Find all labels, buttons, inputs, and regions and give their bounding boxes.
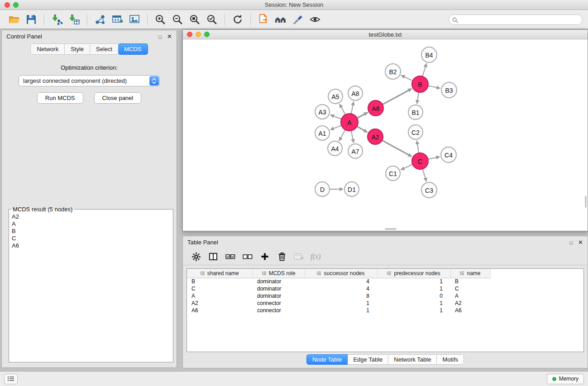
close-network-window-button[interactable] [187,32,192,37]
table-cell[interactable]: dominator [253,278,305,285]
export-image-button[interactable] [126,12,143,27]
tab-mcds[interactable]: MCDS [118,43,148,55]
graph-node-A1[interactable]: A1 [315,126,330,140]
graph-edge-A-A6[interactable] [357,112,368,118]
table-cell[interactable]: connector [253,307,305,314]
first-neighbors-button[interactable] [255,12,272,27]
run-mcds-button[interactable]: Run MCDS [37,92,83,104]
graph-node-A6[interactable]: A6 [368,100,383,116]
table-row[interactable]: Cdominator41C [187,285,583,292]
table-cell[interactable]: 1 [377,278,450,285]
table-cell[interactable]: A2 [450,300,490,307]
network-window-titlebar[interactable]: testGlobe.txt [183,30,588,39]
show-columns-button[interactable] [206,250,221,263]
graph-edge-A-A3[interactable] [330,115,342,119]
vertical-scrollbar[interactable] [585,196,587,208]
add-column-button[interactable] [257,250,272,263]
table-cell[interactable]: 1 [305,307,377,314]
column-header-shared-name[interactable]: shared name [187,269,253,278]
table-cell[interactable]: C [450,285,490,292]
table-cell[interactable]: 1 [305,300,377,307]
table-cell[interactable]: A2 [187,300,253,307]
table-cell[interactable]: A6 [187,307,253,314]
table-cell[interactable]: 4 [305,278,377,285]
graph-node-D1[interactable]: D1 [344,182,359,196]
table-cell[interactable]: dominator [253,292,305,300]
mcds-result-item[interactable]: A2 [11,213,171,220]
table-settings-button[interactable] [188,250,204,263]
column-header-mcds-role[interactable]: MCDS role [253,269,305,278]
zoom-window-button[interactable] [13,2,19,8]
graph-edge-C-C1[interactable] [401,164,413,170]
table-cell[interactable]: A [187,292,253,300]
table-cell[interactable]: 1 [377,300,450,307]
tab-network-table[interactable]: Network Table [388,354,437,365]
graph-node-B3[interactable]: B3 [441,82,457,98]
graph-edge-B-B3[interactable] [428,86,440,88]
zoom-selected-button[interactable] [203,12,220,27]
table-row[interactable]: Bdominator41B [187,278,583,285]
column-header-name[interactable]: name [450,269,490,278]
column-header-predecessor-nodes[interactable]: predecessor nodes [377,269,450,278]
task-history-button[interactable] [4,374,18,384]
graph-edge-A-A4[interactable] [339,129,345,141]
function-builder-button[interactable]: f(x) [311,253,320,261]
graph-edge-A-A8[interactable] [351,102,354,114]
tab-edge-table[interactable]: Edge Table [348,354,388,365]
graph-edge-B-B1[interactable] [417,92,419,104]
mcds-result-item[interactable]: A [11,220,171,228]
tab-node-table[interactable]: Node Table [306,354,348,365]
graph-node-A4[interactable]: A4 [328,141,342,156]
graph-node-A3[interactable]: A3 [315,105,330,119]
graph-node-B4[interactable]: B4 [421,47,437,62]
optimization-criterion-select[interactable]: largest connected component (directed) [19,75,160,86]
graph-edge-A2-C[interactable] [382,140,412,157]
new-network-button[interactable] [91,12,109,27]
graph-node-C2[interactable]: C2 [408,125,423,139]
horizontal-scrollbar[interactable] [385,228,397,230]
table-cell[interactable]: 0 [377,292,450,300]
mcds-result-item[interactable]: C [11,235,171,242]
graph-edge-A-A2[interactable] [357,126,368,132]
search-input[interactable] [449,14,583,25]
table-cell[interactable]: 1 [377,285,450,292]
table-row[interactable]: Adominator80A [187,292,583,300]
import-network-file-button[interactable] [48,12,66,27]
graph-edge-A-A7[interactable] [351,130,354,143]
graph-node-D[interactable]: D [315,182,330,196]
graph-node-B[interactable]: B [412,76,428,92]
table-cell[interactable]: 8 [305,292,377,300]
zoom-in-button[interactable] [152,12,169,27]
tab-style[interactable]: Style [65,43,90,55]
table-cell[interactable]: B [450,278,490,285]
mcds-result-item[interactable]: B [11,228,171,235]
memory-button[interactable]: Memory [547,374,584,384]
save-session-button[interactable] [23,12,40,27]
home-networks-button[interactable] [272,12,289,27]
float-table-panel-icon[interactable]: □ [569,240,573,245]
refresh-view-button[interactable] [229,12,246,27]
mcds-result-item[interactable]: A6 [11,242,171,249]
graph-node-C[interactable]: C [412,153,428,169]
table-cell[interactable]: 1 [377,307,450,314]
close-panel-icon[interactable]: ✕ [167,33,172,40]
network-canvas[interactable]: B4B2BB3A5A8A6A3B1AC2A1A2A4A7C4CC1DD1C3 [183,40,587,230]
graph-node-A2[interactable]: A2 [368,129,383,144]
graph-node-A8[interactable]: A8 [348,86,363,100]
delete-column-button[interactable] [274,250,290,263]
close-table-panel-icon[interactable]: ✕ [578,239,583,246]
tab-motifs[interactable]: Motifs [437,354,464,365]
tab-select[interactable]: Select [90,43,119,55]
tab-network[interactable]: Network [30,43,65,55]
float-panel-icon[interactable]: □ [158,34,162,39]
deselect-all-rows-button[interactable] [240,250,255,263]
table-cell[interactable]: A [450,292,490,300]
import-table-file-button[interactable] [66,12,83,27]
table-row[interactable]: A6connector11A6 [187,307,583,314]
graph-node-B1[interactable]: B1 [408,105,423,119]
table-cell[interactable]: B [187,278,253,285]
apply-style-button[interactable] [289,12,306,27]
table-row[interactable]: A2connector11A2 [187,300,583,307]
zoom-fit-button[interactable] [186,12,203,27]
graph-node-C3[interactable]: C3 [421,182,437,198]
